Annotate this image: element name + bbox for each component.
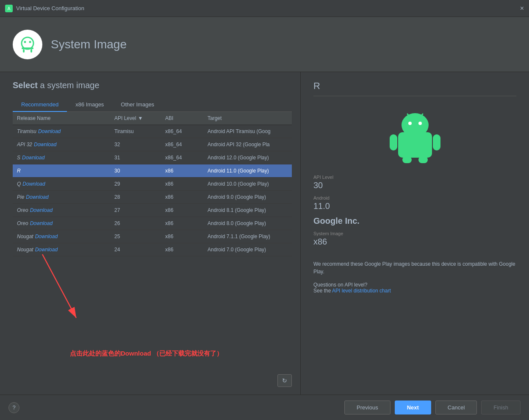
refresh-button[interactable]: ↻ [277, 374, 292, 387]
cell-target: Android 8.1 (Google Play) [208, 207, 288, 213]
left-panel: Select a system image Recommended x86 Im… [0, 72, 301, 395]
table-row[interactable]: Q Download 29 x86 Android 10.0 (Google P… [13, 178, 292, 191]
cell-api: 29 [114, 181, 165, 187]
system-image-label: System Image [313, 231, 516, 236]
right-panel: R [301, 72, 529, 395]
cell-api: 26 [114, 220, 165, 226]
cell-abi: x86 [165, 247, 208, 253]
cell-api: 27 [114, 207, 165, 213]
svg-rect-6 [22, 47, 33, 49]
close-button[interactable]: × [520, 5, 524, 12]
table-row[interactable]: Nougat Download 25 x86 Android 7.1.1 (Go… [13, 230, 292, 243]
title-bar: A Virtual Device Configuration × [0, 0, 529, 17]
svg-point-4 [24, 41, 26, 43]
cell-abi: x86 [165, 181, 208, 187]
download-link-q[interactable]: Download [22, 181, 45, 187]
api-level-label: API Level [313, 175, 516, 180]
col-abi: ABI [165, 115, 208, 121]
cell-abi: x86_64 [165, 155, 208, 161]
table-body: Tiramisu Download Tiramisu x86_64 Androi… [13, 125, 292, 256]
cell-release: Tiramisu Download [17, 128, 114, 134]
cell-api: 28 [114, 194, 165, 200]
right-panel-title: R [313, 81, 516, 96]
svg-point-5 [29, 41, 31, 43]
cell-api: 32 [114, 142, 165, 147]
tabs-container: Recommended x86 Images Other Images [13, 98, 292, 112]
vendor-value: Google Inc. [313, 216, 516, 226]
svg-rect-19 [402, 156, 412, 163]
download-link-pie[interactable]: Download [26, 194, 48, 200]
svg-point-12 [402, 113, 429, 137]
cell-abi: x86 [165, 234, 208, 239]
cell-abi: x86 [165, 194, 208, 200]
table-row-selected[interactable]: R 30 x86 Android 11.0 (Google Play) [13, 164, 292, 178]
android-mascot [390, 109, 440, 164]
cell-release: Oreo Download [17, 207, 114, 213]
tab-recommended[interactable]: Recommended [13, 98, 67, 112]
svg-rect-18 [433, 134, 440, 150]
download-link-nougat25[interactable]: Download [35, 234, 58, 239]
download-link-s[interactable]: Download [22, 155, 44, 161]
cell-abi: x86_64 [165, 128, 208, 134]
svg-text:A: A [8, 6, 11, 11]
download-link-oreo27[interactable]: Download [30, 207, 53, 213]
sort-icon: ▼ [138, 115, 143, 121]
info-section: API Level 30 Android 11.0 Google Inc. Sy… [313, 175, 516, 252]
svg-rect-20 [418, 156, 428, 163]
api-link[interactable]: API level distribution chart [332, 288, 391, 294]
bottom-left: ? [8, 402, 19, 413]
table-row[interactable]: Oreo Download 27 x86 Android 8.1 (Google… [13, 204, 292, 217]
col-target: Target [208, 115, 288, 121]
cell-release: API 32 Download [17, 142, 114, 147]
table-row[interactable]: S Download 31 x86_64 Android 12.0 (Googl… [13, 151, 292, 164]
cancel-button[interactable]: Cancel [435, 401, 477, 414]
cell-api: 31 [114, 155, 165, 161]
cell-release: S Download [17, 155, 114, 161]
cell-abi: x86_64 [165, 142, 208, 147]
svg-point-14 [418, 122, 422, 125]
download-link-oreo26[interactable]: Download [30, 220, 53, 226]
api-question: Questions on API level? See the API leve… [313, 282, 516, 294]
refresh-row: ↻ [13, 371, 292, 390]
cell-target: Android 9.0 (Google Play) [208, 194, 288, 200]
svg-point-13 [408, 122, 412, 125]
finish-button[interactable]: Finish [481, 401, 521, 414]
table-row[interactable]: Oreo Download 26 x86 Android 8.0 (Google… [13, 217, 292, 230]
cell-target: Android 11.0 (Google Play) [208, 168, 288, 174]
download-link-nougat24[interactable]: Download [35, 247, 58, 253]
svg-rect-17 [390, 134, 397, 150]
table-row[interactable]: Nougat Download 24 x86 Android 7.0 (Goog… [13, 243, 292, 256]
cell-api: Tiramisu [114, 128, 165, 134]
svg-rect-8 [30, 49, 32, 53]
table-row[interactable]: API 32 Download 32 x86_64 Android API 32… [13, 138, 292, 151]
table-header: Release Name API Level ▼ ABI Target [13, 112, 292, 125]
cell-release: Q Download [17, 181, 114, 187]
header-section: System Image [0, 17, 529, 72]
cell-api: 25 [114, 234, 165, 239]
mascot-container [313, 109, 516, 164]
cell-api: 30 [114, 168, 165, 174]
android-studio-logo [17, 34, 38, 55]
android-studio-icon: A [5, 5, 13, 12]
tab-otherimages[interactable]: Other Images [112, 98, 163, 112]
cell-release: Oreo Download [17, 220, 114, 226]
svg-rect-7 [23, 49, 25, 53]
android-label: Android [313, 195, 516, 200]
table-row[interactable]: Tiramisu Download Tiramisu x86_64 Androi… [13, 125, 292, 138]
api-level-value: 30 [313, 181, 516, 190]
system-image-table: Release Name API Level ▼ ABI Target [13, 112, 292, 371]
download-link-tiramisu[interactable]: Download [38, 128, 61, 134]
help-button[interactable]: ? [8, 402, 19, 413]
title-bar-left: A Virtual Device Configuration [5, 5, 84, 12]
col-release-name: Release Name [17, 115, 114, 121]
system-image-value: x86 [313, 237, 516, 247]
tab-x86images[interactable]: x86 Images [67, 98, 112, 112]
cell-release: Nougat Download [17, 234, 114, 239]
col-api-level[interactable]: API Level ▼ [114, 115, 165, 121]
next-button[interactable]: Next [395, 401, 431, 414]
description-text: We recommend these Google Play images be… [313, 260, 516, 275]
previous-button[interactable]: Previous [344, 401, 391, 414]
section-title: Select a system image [13, 81, 292, 90]
table-row[interactable]: Pie Download 28 x86 Android 9.0 (Google … [13, 191, 292, 204]
download-link-api32[interactable]: Download [34, 142, 56, 147]
